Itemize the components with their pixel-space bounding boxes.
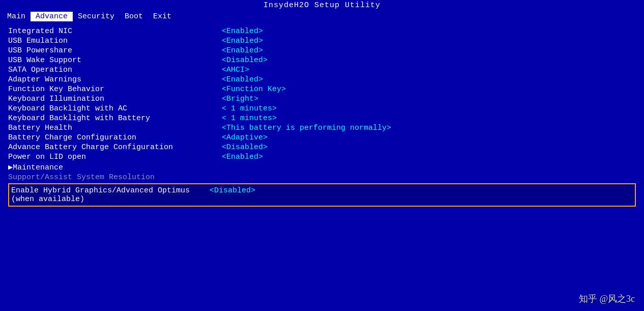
settings-label: Keyboard Backlight with Battery <box>8 114 222 123</box>
menu-bar[interactable]: Main Advance Security Boot Exit <box>0 11 644 22</box>
partial-row-text: Support/Assist System Resolution <box>8 173 155 182</box>
settings-value: <Enabled> <box>222 37 263 45</box>
settings-label: Keyboard Backlight with AC <box>8 104 222 113</box>
settings-label: USB Wake Support <box>8 56 222 65</box>
menu-security[interactable]: Security <box>73 12 120 21</box>
settings-label: Power on LID open <box>8 153 222 161</box>
settings-label: SATA Operation <box>8 66 222 74</box>
menu-main[interactable]: Main <box>2 12 31 21</box>
title-text: InsydeH2O Setup Utility <box>264 1 380 10</box>
table-row[interactable]: Keyboard Illumination<Bright> <box>8 94 636 104</box>
settings-value: <This battery is performing normally> <box>222 124 391 132</box>
settings-value: <Function Key> <box>222 85 286 94</box>
table-row[interactable]: ▶Maintenance <box>8 162 636 173</box>
table-row[interactable]: Power on LID open<Enabled> <box>8 152 636 162</box>
settings-value: <Disabled> <box>222 56 268 65</box>
table-row[interactable]: Keyboard Backlight with AC< 1 minutes> <box>8 104 636 114</box>
settings-value: <Enabled> <box>222 75 263 84</box>
table-row[interactable]: Advance Battery Charge Configuration<Dis… <box>8 143 636 152</box>
settings-value: <Disabled> <box>222 143 268 152</box>
settings-label: Keyboard Illumination <box>8 95 222 103</box>
settings-value: <Enabled> <box>222 153 263 161</box>
menu-advance[interactable]: Advance <box>31 12 73 21</box>
highlighted-label: Enable Hybrid Graphics/Advanced Optimus … <box>11 186 204 204</box>
highlighted-value: <Disabled> <box>210 186 255 195</box>
settings-value: < 1 minutes> <box>222 104 277 113</box>
table-row[interactable]: Integrated NIC<Enabled> <box>8 26 636 36</box>
settings-value: <Adaptive> <box>222 133 268 142</box>
title-bar: InsydeH2O Setup Utility <box>0 0 644 11</box>
table-row[interactable]: USB Powershare<Enabled> <box>8 46 636 55</box>
highlighted-row[interactable]: Enable Hybrid Graphics/Advanced Optimus … <box>8 183 636 207</box>
table-row[interactable]: Battery Health<This battery is performin… <box>8 123 636 133</box>
partial-row: Support/Assist System Resolution <box>8 173 636 182</box>
settings-label: Function Key Behavior <box>8 85 222 94</box>
settings-label: Battery Charge Configuration <box>8 133 222 142</box>
menu-exit[interactable]: Exit <box>148 12 177 21</box>
settings-value: <Bright> <box>222 95 258 103</box>
settings-label: Battery Health <box>8 124 222 132</box>
table-row[interactable]: SATA Operation<AHCI> <box>8 65 636 75</box>
table-row[interactable]: Battery Charge Configuration<Adaptive> <box>8 133 636 143</box>
watermark: 知乎 @风之3c <box>579 293 635 305</box>
settings-label: Advance Battery Charge Configuration <box>8 143 222 152</box>
settings-label: USB Emulation <box>8 37 222 45</box>
table-row[interactable]: Function Key Behavior<Function Key> <box>8 84 636 94</box>
table-row[interactable]: Adapter Warnings<Enabled> <box>8 75 636 84</box>
settings-list: Integrated NIC<Enabled>USB Emulation<Ena… <box>8 26 636 173</box>
settings-value: <Enabled> <box>222 46 263 55</box>
settings-label: ▶Maintenance <box>8 162 222 172</box>
table-row[interactable]: USB Wake Support<Disabled> <box>8 55 636 65</box>
settings-value: < 1 minutes> <box>222 114 277 123</box>
settings-label: USB Powershare <box>8 46 222 55</box>
settings-label: Adapter Warnings <box>8 75 222 84</box>
content-area: Integrated NIC<Enabled>USB Emulation<Ena… <box>0 22 644 311</box>
table-row[interactable]: Keyboard Backlight with Battery< 1 minut… <box>8 114 636 123</box>
bios-screen: InsydeH2O Setup Utility Main Advance Sec… <box>0 0 644 311</box>
table-row[interactable]: USB Emulation<Enabled> <box>8 36 636 46</box>
settings-value: <AHCI> <box>222 66 249 74</box>
settings-value: <Enabled> <box>222 27 263 36</box>
menu-boot[interactable]: Boot <box>120 12 148 21</box>
settings-label: Integrated NIC <box>8 27 222 36</box>
